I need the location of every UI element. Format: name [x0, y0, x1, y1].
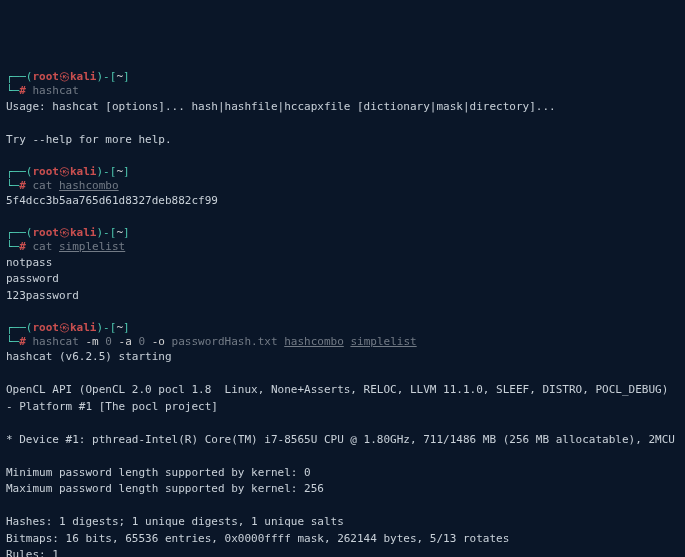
output-4-line7: Bitmaps: 16 bits, 65536 entries, 0x0000f… [6, 531, 679, 548]
output-4-line6: Hashes: 1 digests; 1 unique digests, 1 u… [6, 514, 679, 531]
output-2-line1: 5f4dcc3b5aa765d61d8327deb882cf99 [6, 193, 679, 210]
command-2-text: cat [33, 179, 60, 192]
command-3-arg: simplelist [59, 240, 125, 253]
output-4-line5: Maximum password length supported by ker… [6, 481, 679, 498]
output-3-line3: 123password [6, 288, 679, 305]
output-1-line2: Try --help for more help. [6, 132, 679, 149]
output-4-line1: hashcat (v6.2.5) starting [6, 349, 679, 366]
prompt-1-line2: └─# hashcat [6, 84, 679, 98]
output-1-line1: Usage: hashcat [options]... hash|hashfil… [6, 99, 679, 116]
prompt-3: ┌──(root㉿kali)-[~] [6, 226, 679, 240]
output-4-line2: OpenCL API (OpenCL 2.0 pocl 1.8 Linux, N… [6, 382, 679, 415]
prompt-3-line2: └─# cat simplelist [6, 240, 679, 254]
output-4-line3: * Device #1: pthread-Intel(R) Core(TM) i… [6, 432, 679, 449]
command-3-text: cat [33, 240, 60, 253]
terminal-output[interactable]: ┌──(root㉿kali)-[~]└─# hashcatUsage: hash… [6, 70, 679, 557]
command-1: hashcat [33, 84, 79, 97]
output-4-line8: Rules: 1 [6, 547, 679, 557]
prompt-1: ┌──(root㉿kali)-[~] [6, 70, 679, 84]
output-4-line4: Minimum password length supported by ker… [6, 465, 679, 482]
output-3-line1: notpass [6, 255, 679, 272]
prompt-2: ┌──(root㉿kali)-[~] [6, 165, 679, 179]
prompt-4: ┌──(root㉿kali)-[~] [6, 321, 679, 335]
prompt-4-line2: └─# hashcat -m 0 -a 0 -o passwordHash.tx… [6, 335, 679, 349]
command-2-arg: hashcombo [59, 179, 119, 192]
prompt-2-line2: └─# cat hashcombo [6, 179, 679, 193]
output-3-line2: password [6, 271, 679, 288]
